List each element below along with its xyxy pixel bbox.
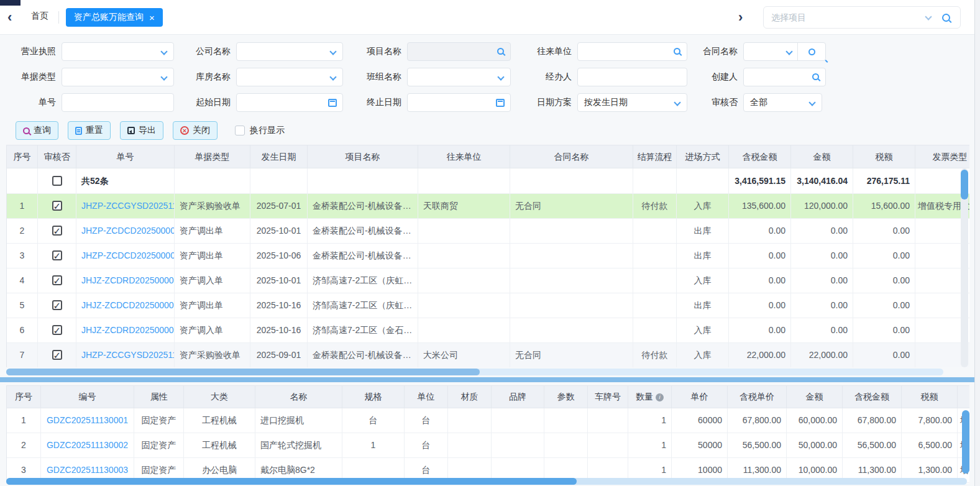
col-header-no[interactable]: 序号: [7, 145, 38, 168]
row-checkbox-checked[interactable]: [52, 226, 62, 236]
table-row[interactable]: 5JHJZ-ZCDCD202500000资产调出单2025-10-16济邹高速7…: [7, 293, 969, 318]
document-link[interactable]: JHJZ-ZCDRD202500000: [81, 325, 175, 335]
col-header-entry[interactable]: 进场方式: [677, 145, 729, 168]
detail-v-scrollbar[interactable]: [962, 409, 969, 477]
col-header-material[interactable]: 材质: [448, 386, 492, 408]
master-v-scrollbar[interactable]: [961, 168, 968, 367]
row-checkbox-checked[interactable]: [52, 201, 62, 211]
document-link[interactable]: JHJZ-ZCDCD202500000: [81, 300, 175, 310]
col-header-amount[interactable]: 金额: [791, 145, 853, 168]
partner-search-field[interactable]: [577, 42, 687, 61]
col-header-qty[interactable]: 数量i: [628, 386, 672, 408]
h-scrollbar-thumb[interactable]: [6, 478, 577, 485]
project-search-field[interactable]: [407, 42, 511, 61]
date-plan-select[interactable]: 按发生日期: [577, 93, 687, 112]
col-header-unit[interactable]: 单位: [405, 386, 448, 408]
summary-row[interactable]: 共52条3,416,591.153,140,416.04276,175.11: [7, 168, 969, 194]
tabs-scroll-right-icon[interactable]: ›: [738, 9, 743, 26]
tab-home[interactable]: 首页: [31, 11, 48, 22]
col-header-doc_type[interactable]: 单据类型: [175, 145, 250, 168]
creator-search-field[interactable]: [743, 68, 826, 86]
col-header-amount[interactable]: 金额: [787, 386, 843, 408]
document-link[interactable]: JHJZ-ZCDRD202500000: [81, 275, 175, 285]
company-select[interactable]: [236, 42, 343, 61]
col-header-invoice[interactable]: 发票类型: [915, 145, 969, 168]
col-header-order_no[interactable]: 单号: [76, 145, 175, 168]
v-scrollbar-thumb[interactable]: [962, 410, 969, 474]
start-date-picker[interactable]: [236, 93, 343, 112]
project-input[interactable]: [408, 43, 510, 60]
query-button[interactable]: 查询: [16, 121, 58, 140]
col-header-contract[interactable]: 合同名称: [510, 145, 633, 168]
col-header-plate[interactable]: 车牌号: [588, 386, 628, 408]
document-link[interactable]: JHZP-ZCDCD202500000: [81, 250, 175, 260]
chevron-down-icon[interactable]: [925, 13, 932, 20]
detail-h-scrollbar[interactable]: [6, 478, 967, 485]
col-header-settlement[interactable]: 结算流程: [633, 145, 677, 168]
detail-row[interactable]: 2GDZC202511130002固定资产工程机械国产轮式挖掘机1台150000…: [7, 433, 969, 458]
table-row[interactable]: 2JHZP-ZCDCD202500000资产调出单2025-10-01金桥装配公…: [7, 219, 969, 244]
row-checkbox-checked[interactable]: [52, 325, 62, 335]
col-header-project[interactable]: 项目名称: [308, 145, 418, 168]
document-link[interactable]: JHZP-ZCCGYSD2025111: [81, 201, 175, 211]
table-row[interactable]: 3JHZP-ZCDCD202500000资产调出单2025-10-06金桥装配公…: [7, 244, 969, 268]
col-header-category[interactable]: 大类: [184, 386, 255, 408]
row-checkbox[interactable]: [52, 176, 62, 186]
tab-close-icon[interactable]: ×: [149, 13, 155, 22]
table-row[interactable]: 7JHZP-ZCCGYSD2025111资产采购验收单2025-09-01金桥装…: [7, 343, 969, 367]
end-date-picker[interactable]: [407, 93, 511, 112]
table-row[interactable]: 6JHJZ-ZCDRD202500000资产调入单2025-10-16济邹高速7…: [7, 318, 969, 343]
col-header-tax_price[interactable]: 含税单价: [728, 386, 787, 408]
col-header-date[interactable]: 发生日期: [250, 145, 308, 168]
search-icon[interactable]: [942, 14, 950, 22]
license-select[interactable]: [62, 42, 174, 61]
doc-no-input[interactable]: [62, 94, 173, 111]
col-header-brand[interactable]: 品牌: [492, 386, 544, 408]
search-icon[interactable]: [674, 48, 680, 55]
tab-asset-ledger-query[interactable]: 资产总账万能查询 ×: [66, 8, 163, 27]
col-header-invoice[interactable]: 发票类型: [958, 386, 969, 408]
table-row[interactable]: 1JHZP-ZCCGYSD2025111资产采购验收单2025-07-01金桥装…: [7, 194, 969, 219]
col-header-name[interactable]: 名称: [255, 386, 342, 408]
col-header-partner[interactable]: 往来单位: [418, 145, 510, 168]
document-link[interactable]: JHZP-ZCDCD202500000: [81, 226, 175, 236]
partner-input[interactable]: [578, 43, 687, 60]
doc-no-field[interactable]: [62, 93, 174, 112]
audit-select[interactable]: 全部: [743, 93, 822, 112]
document-link[interactable]: JHZP-ZCCGYSD2025111: [81, 350, 175, 360]
master-h-scrollbar[interactable]: [6, 369, 943, 375]
col-header-spec[interactable]: 规格: [342, 386, 405, 408]
search-icon[interactable]: [497, 48, 504, 55]
col-header-no[interactable]: 序号: [7, 386, 41, 408]
row-checkbox-checked[interactable]: [52, 250, 62, 260]
col-header-attr[interactable]: 属性: [134, 386, 184, 408]
row-checkbox-checked[interactable]: [52, 300, 62, 310]
table-splitter[interactable]: [0, 377, 980, 382]
wrap-display-checkbox[interactable]: [235, 126, 245, 135]
contract-select[interactable]: [743, 42, 826, 61]
col-header-checked[interactable]: 审核否: [38, 145, 76, 168]
col-header-tax_amount[interactable]: 含税金额: [843, 386, 902, 408]
col-header-tax_incl[interactable]: 含税金额: [729, 145, 791, 168]
doc-type-select[interactable]: [62, 68, 174, 86]
handler-input[interactable]: [578, 68, 687, 86]
row-checkbox-checked[interactable]: [52, 275, 62, 285]
col-header-tax[interactable]: 税额: [853, 145, 915, 168]
document-link[interactable]: GDZC202511130001: [47, 415, 128, 425]
handler-field[interactable]: [577, 68, 687, 86]
col-header-param[interactable]: 参数: [544, 386, 588, 408]
col-header-code[interactable]: 编号: [41, 386, 134, 408]
tabs-scroll-left-icon[interactable]: ‹: [7, 9, 12, 26]
h-scrollbar-thumb[interactable]: [6, 369, 480, 375]
warehouse-select[interactable]: [236, 68, 343, 86]
document-link[interactable]: GDZC202511130002: [47, 440, 128, 450]
project-select-input[interactable]: [764, 12, 926, 22]
detail-row[interactable]: 1GDZC202511130001固定资产工程机械进口挖掘机台台16000067…: [7, 408, 969, 433]
col-header-price[interactable]: 单价: [672, 386, 728, 408]
info-icon[interactable]: i: [656, 393, 664, 401]
row-checkbox-checked[interactable]: [52, 350, 62, 360]
search-icon[interactable]: [812, 73, 819, 80]
v-scrollbar-thumb[interactable]: [961, 170, 968, 199]
reset-button[interactable]: 重置: [68, 121, 111, 140]
close-button[interactable]: ×关闭: [173, 121, 218, 140]
